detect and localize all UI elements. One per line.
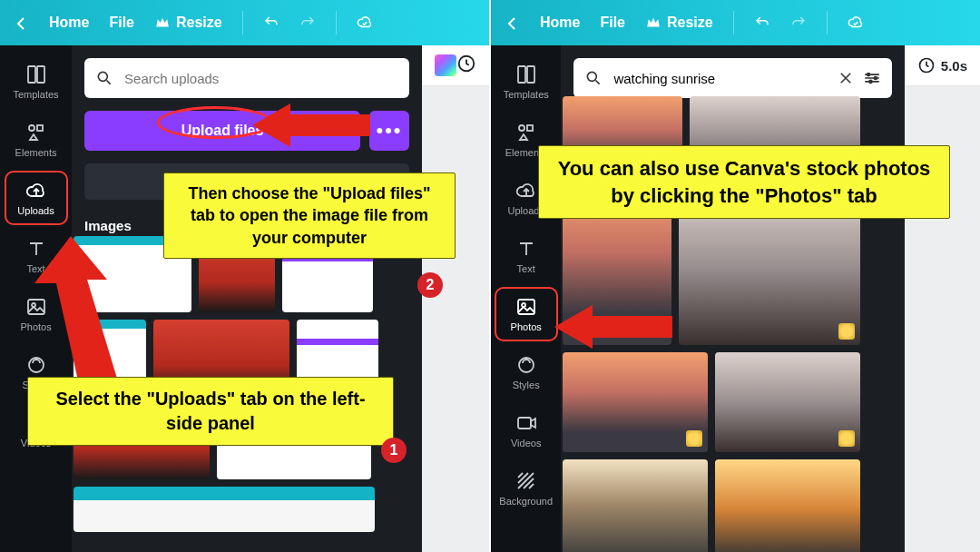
home-button[interactable]: Home	[49, 15, 89, 31]
color-picker-button[interactable]	[435, 54, 456, 76]
menu-divider	[827, 11, 828, 34]
svg-rect-13	[527, 125, 533, 131]
styles-icon	[515, 354, 537, 376]
sidebar-item-templates[interactable]: Templates	[5, 54, 68, 109]
nav-label: Background	[499, 496, 553, 507]
undo-icon	[263, 15, 279, 31]
redo-button[interactable]	[790, 15, 807, 31]
upload-cloud-icon	[25, 180, 47, 202]
svg-rect-0	[28, 66, 35, 83]
background-icon	[515, 470, 537, 492]
callout-uploads-tab: Select the "Uploads" tab on the left-sid…	[27, 377, 394, 446]
undo-button[interactable]	[263, 15, 279, 31]
templates-icon	[25, 64, 47, 85]
left-nav-rail: Templates Elements Uploads Text Photos S…	[491, 45, 561, 552]
cloud-save-button[interactable]	[848, 15, 864, 31]
premium-badge-icon	[838, 430, 855, 447]
stock-photo-thumb[interactable]	[563, 352, 708, 452]
video-icon	[515, 412, 537, 434]
nav-label: Elements	[15, 147, 57, 158]
stock-photo-thumb[interactable]	[715, 352, 860, 452]
canvas-toolbar	[422, 45, 489, 86]
nav-label: Videos	[511, 438, 541, 448]
menu-divider	[336, 11, 337, 34]
home-button[interactable]: Home	[540, 15, 580, 31]
nav-label: Templates	[504, 89, 549, 100]
sidebar-item-background[interactable]: Background	[495, 461, 558, 516]
redo-button[interactable]	[299, 15, 316, 31]
nav-label: Styles	[513, 380, 540, 390]
sidebar-item-photos[interactable]: Photos	[495, 287, 558, 341]
sidebar-item-styles[interactable]: Styles	[495, 345, 558, 399]
templates-icon	[515, 64, 537, 85]
step-badge-2: 2	[417, 272, 443, 298]
clock-icon	[456, 54, 476, 74]
sidebar-item-videos[interactable]: Videos	[495, 403, 558, 458]
undo-button[interactable]	[754, 15, 770, 31]
nav-label: Uploads	[17, 205, 54, 216]
canvas-toolbar: 5.0s	[905, 45, 980, 86]
text-icon	[515, 238, 537, 260]
resize-button[interactable]: Resize	[154, 15, 222, 31]
back-button[interactable]	[13, 15, 29, 31]
undo-icon	[754, 15, 770, 31]
svg-rect-11	[527, 66, 534, 83]
duration-button[interactable]: 5.0s	[917, 56, 967, 74]
redo-icon	[790, 15, 807, 31]
resize-button[interactable]: Resize	[645, 15, 713, 31]
svg-rect-10	[518, 66, 525, 83]
canvas-area: 5.0s	[905, 45, 980, 552]
elements-icon	[25, 122, 47, 143]
nav-label: Templates	[13, 89, 58, 100]
chevron-left-icon	[13, 15, 29, 31]
callout-upload-files: Then choose the "Upload files" tab to op…	[163, 172, 456, 259]
upload-thumb[interactable]	[74, 487, 375, 532]
crown-icon	[154, 15, 171, 31]
stock-photo-thumb[interactable]	[715, 459, 860, 552]
duration-button[interactable]	[456, 54, 476, 77]
menu-divider	[733, 11, 734, 34]
sidebar-item-uploads[interactable]: Uploads	[5, 171, 68, 225]
sidebar-item-elements[interactable]: Elements	[5, 113, 68, 167]
clock-icon	[917, 56, 936, 74]
svg-point-2	[29, 125, 34, 131]
premium-badge-icon	[686, 430, 702, 447]
callout-photos-tab: You can also use Canva's stock photos by…	[538, 145, 950, 219]
canvas-area	[422, 45, 489, 552]
elements-icon	[515, 122, 537, 143]
premium-badge-icon	[838, 323, 855, 340]
nav-label: Text	[517, 263, 535, 274]
red-arrow	[34, 236, 125, 390]
nav-label: Photos	[511, 321, 542, 332]
photo-icon	[515, 296, 537, 318]
stock-photo-thumb[interactable]	[563, 459, 708, 552]
svg-rect-3	[37, 125, 43, 131]
file-button[interactable]: File	[600, 15, 625, 31]
top-menu-bar: Home File Resize	[491, 0, 980, 45]
chevron-left-icon	[504, 15, 520, 31]
svg-point-12	[519, 125, 524, 131]
step-badge-1: 1	[381, 438, 407, 463]
sidebar-item-templates[interactable]: Templates	[495, 54, 558, 109]
redo-icon	[299, 15, 316, 31]
red-arrow	[252, 98, 370, 153]
upload-cloud-icon	[515, 180, 537, 202]
svg-rect-17	[518, 418, 531, 429]
sidebar-item-text[interactable]: Text	[495, 229, 558, 283]
top-menu-bar: Home File Resize	[0, 0, 489, 45]
svg-rect-1	[37, 66, 44, 83]
cloud-check-icon	[357, 15, 373, 31]
crown-icon	[645, 15, 662, 31]
red-arrow	[554, 300, 672, 354]
menu-divider	[242, 11, 243, 34]
svg-rect-14	[518, 300, 534, 314]
photos-panel	[561, 45, 904, 552]
cloud-check-icon	[848, 15, 864, 31]
file-button[interactable]: File	[109, 15, 134, 31]
cloud-save-button[interactable]	[357, 15, 373, 31]
back-button[interactable]	[504, 15, 520, 31]
